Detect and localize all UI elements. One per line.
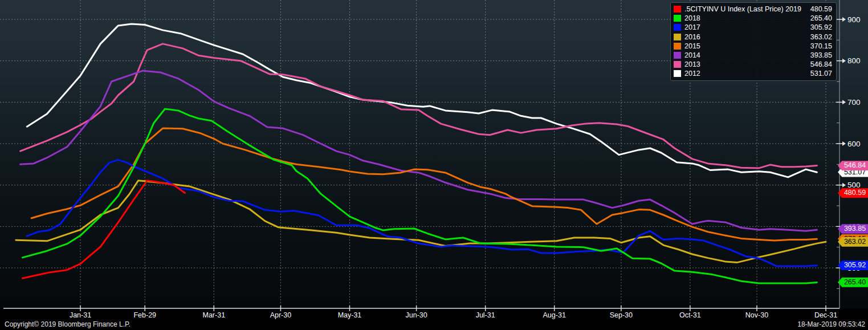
last-value-chip-305.92: 305.92 — [838, 260, 868, 270]
x-tick-label-Jan-31: Jan-31 — [70, 311, 91, 319]
legend-row-2012[interactable]: 2012 531.07 — [674, 69, 832, 78]
legend-row-2013[interactable]: 2013 546.84 — [674, 60, 832, 69]
y-tick-label: 800 — [847, 56, 861, 65]
legend-row-2017[interactable]: 2017 305.92 — [674, 23, 832, 32]
legend-row-2016[interactable]: 2016 363.02 — [674, 32, 832, 42]
legend-value-2012: 531.07 — [810, 70, 832, 78]
legend-label-2016: 2016 — [684, 33, 810, 41]
legend-label-2013: 2013 — [684, 60, 810, 68]
timestamp-text: 18-Mar-2019 09:53:42 — [797, 320, 865, 328]
legend-value-2018: 265.40 — [810, 14, 832, 22]
legend-row-2018[interactable]: 2018 265.40 — [674, 14, 832, 23]
legend-value-2013: 546.84 — [810, 60, 832, 68]
last-value-chip-265.40: 265.40 — [838, 278, 868, 287]
x-tick-label-Feb-29: Feb-29 — [133, 311, 156, 319]
last-value-chip-546.84: 546.84 — [838, 161, 868, 170]
legend-value-2016: 363.02 — [810, 33, 832, 41]
legend-swatch-2014 — [674, 52, 681, 59]
x-tick-label-Mar-31: Mar-31 — [203, 311, 226, 319]
x-tick-label-Dec-31: Dec-31 — [814, 311, 837, 319]
last-value-chip-393.85: 393.85 — [838, 224, 868, 234]
legend-row-2015[interactable]: 2015 370.15 — [674, 42, 832, 51]
legend-swatch-2018 — [674, 15, 681, 22]
y-tick-label: 600 — [847, 140, 861, 148]
legend-label-2015: 2015 — [684, 42, 810, 50]
legend-swatch-2012 — [674, 70, 681, 77]
x-tick-label-Oct-31: Oct-31 — [679, 311, 701, 319]
last-value-chip-480.59: 480.59 — [838, 188, 868, 198]
x-tick-label-Sep-30: Sep-30 — [610, 311, 633, 319]
x-tick-label-Jun-30: Jun-30 — [405, 311, 427, 319]
x-tick-label-Aug-31: Aug-31 — [543, 311, 566, 319]
legend-label-2017: 2017 — [684, 23, 810, 31]
legend-swatch-2013 — [674, 61, 681, 68]
legend-value-2015: 370.15 — [810, 42, 832, 50]
y-tick-label: 700 — [847, 98, 861, 107]
legend-swatch-2017 — [674, 24, 681, 31]
legend-row-2019[interactable]: .5CITYINV U Index (Last Price) 2019 480.… — [674, 5, 832, 14]
copyright-text: Copyright© 2019 Bloomberg Finance L.P. — [5, 320, 131, 328]
legend-label-2014: 2014 — [684, 51, 810, 59]
legend-swatch-2019 — [674, 6, 681, 13]
x-tick-label-May-31: May-31 — [338, 311, 362, 319]
x-tick-label-Nov-30: Nov-30 — [745, 311, 768, 319]
legend-panel: .5CITYINV U Index (Last Price) 2019 480.… — [670, 2, 837, 81]
legend-value-2014: 393.85 — [810, 51, 832, 59]
last-value-chip-363.02: 363.02 — [838, 237, 868, 247]
legend-title: .5CITYINV U Index (Last Price) 2019 — [684, 5, 810, 13]
legend-label-2018: 2018 — [684, 14, 810, 22]
legend-value-2017: 305.92 — [810, 23, 832, 31]
legend-swatch-2015 — [674, 43, 681, 50]
x-tick-label-Apr-30: Apr-30 — [270, 311, 292, 319]
legend-value-2019: 480.59 — [810, 5, 832, 13]
y-tick-label: 900 — [847, 15, 861, 24]
legend-row-2014[interactable]: 2014 393.85 — [674, 51, 832, 60]
legend-swatch-2016 — [674, 34, 681, 40]
x-tick-label-Jul-31: Jul-31 — [476, 311, 495, 319]
legend-label-2012: 2012 — [684, 70, 810, 78]
y-tick-label: 500 — [847, 181, 861, 189]
